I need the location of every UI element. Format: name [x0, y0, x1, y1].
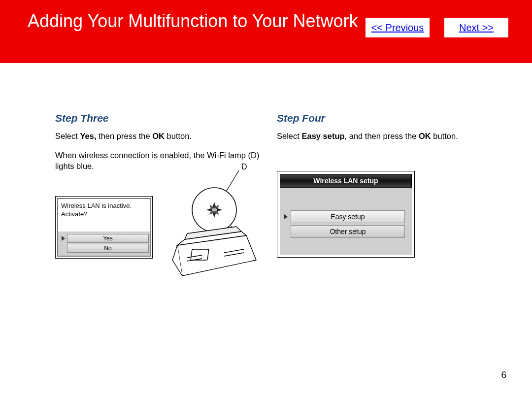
- activate-dialog: Wireless LAN is inactive. Activate? Yes …: [55, 196, 153, 259]
- svg-rect-6: [191, 249, 209, 260]
- dialog-yes-button: Yes: [67, 234, 149, 243]
- easy-setup-option: Easy setup: [291, 210, 405, 223]
- page-number: 6: [501, 369, 506, 380]
- printer-illustration: D B: [158, 162, 266, 290]
- previous-button[interactable]: << Previous: [366, 18, 430, 37]
- next-button[interactable]: Next >>: [444, 18, 508, 37]
- page-title: Adding Your Multifunction to Your Networ…: [28, 11, 358, 32]
- wireless-lan-setup-dialog: Wireless LAN setup Easy setup Other setu…: [277, 171, 415, 258]
- dialog-no-button: No: [67, 244, 149, 253]
- step-three-figures: Wireless LAN is inactive. Activate? Yes …: [55, 196, 277, 290]
- step-four-title: Step Four: [277, 112, 503, 124]
- step-four-column: Step Four Select Easy setup, and then pr…: [277, 112, 503, 290]
- header-bar: Adding Your Multifunction to Your Networ…: [0, 0, 532, 63]
- wireless-lan-setup-title: Wireless LAN setup: [280, 174, 412, 188]
- step-three-line1: Select Yes, then press the OK button.: [55, 131, 277, 141]
- content-area: Step Three Select Yes, then press the OK…: [0, 63, 532, 290]
- nav-buttons: << Previous Next >>: [366, 18, 508, 37]
- step-three-title: Step Three: [55, 112, 277, 124]
- svg-point-4: [211, 208, 217, 212]
- other-setup-option: Other setup: [291, 225, 405, 238]
- step-four-line1: Select Easy setup, and then press the OK…: [277, 131, 503, 141]
- step-three-column: Step Three Select Yes, then press the OK…: [55, 112, 277, 290]
- activate-dialog-text: Wireless LAN is inactive. Activate?: [58, 199, 150, 232]
- callout-d-label: D: [241, 163, 247, 171]
